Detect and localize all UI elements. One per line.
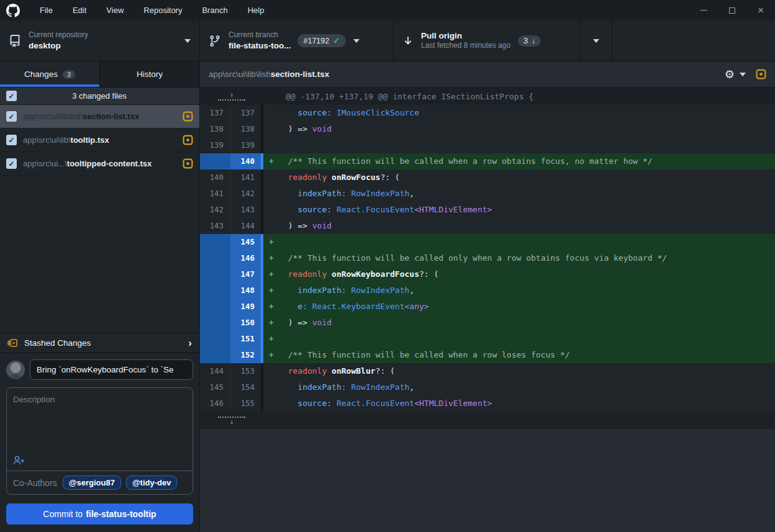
sidebar-tabs: Changes 3 History bbox=[0, 61, 199, 88]
changes-sidebar: Changes 3 History ✓ 3 changed files ✓app… bbox=[0, 61, 200, 532]
expand-down-row: ↓ bbox=[200, 412, 775, 429]
minimize-button[interactable] bbox=[689, 0, 718, 20]
code-line: + /** This function will be called when … bbox=[263, 347, 775, 363]
add-coauthor-icon[interactable] bbox=[13, 455, 25, 466]
toolbar: Current repository desktop Current branc… bbox=[0, 20, 775, 61]
code-line: readonly onRowBlur?: ( bbox=[263, 363, 775, 379]
code-line: readonly onRowFocus?: ( bbox=[263, 169, 775, 186]
chevron-down-icon bbox=[353, 39, 360, 43]
file-row[interactable]: ✓app\src\ui\lib\list\section-list.tsx bbox=[0, 105, 199, 128]
pull-request-badge[interactable]: #17192 ✓ bbox=[297, 34, 347, 47]
added-line-marker: + bbox=[263, 282, 278, 299]
menu-branch[interactable]: Branch bbox=[192, 0, 237, 20]
added-line-marker: + bbox=[263, 331, 278, 347]
diff-row[interactable]: 146+ /** This function will be called on… bbox=[200, 250, 775, 266]
file-checkbox[interactable]: ✓ bbox=[6, 111, 17, 122]
added-line-marker: + bbox=[263, 153, 278, 169]
file-row[interactable]: ✓app\src\ui\lib\tooltip.tsx bbox=[0, 128, 199, 152]
tab-history-label: History bbox=[137, 70, 163, 79]
commit-description-input[interactable]: Description bbox=[7, 388, 193, 471]
expand-up-button[interactable]: ↑ bbox=[218, 92, 245, 101]
code-line: + ) => void bbox=[263, 315, 775, 331]
diff-row[interactable]: 149+ e: React.KeyboardEvent<any> bbox=[200, 299, 775, 315]
window-controls: × bbox=[689, 0, 775, 20]
diff-file-header: app\src\ui\lib\list\section-list.tsx ⚙ bbox=[200, 61, 775, 88]
code-line: + /** This function will be called only … bbox=[263, 250, 775, 266]
diff-file-name: section-list.tsx bbox=[271, 70, 330, 79]
file-checkbox[interactable]: ✓ bbox=[6, 158, 17, 169]
commit-summary-input[interactable] bbox=[30, 359, 193, 380]
diff-row[interactable]: 151+ bbox=[200, 331, 775, 347]
tab-changes[interactable]: Changes 3 bbox=[0, 61, 100, 87]
checks-passed-icon: ✓ bbox=[333, 36, 340, 45]
new-line-number: 147 bbox=[230, 266, 261, 282]
diff-row[interactable]: 138138 ) => void bbox=[200, 121, 775, 137]
diff-row[interactable]: 147+ readonly onRowKeyboardFocus?: ( bbox=[200, 266, 775, 282]
github-logo-icon bbox=[6, 4, 20, 17]
coauthor-pills: @sergiou87@tidy-dev bbox=[63, 476, 178, 490]
current-branch-button[interactable]: Current branch file-status-too... #17192… bbox=[200, 20, 394, 61]
coauthor-pill[interactable]: @tidy-dev bbox=[126, 476, 178, 490]
commit-button[interactable]: Commit to file-status-tooltip bbox=[6, 503, 193, 525]
tab-history[interactable]: History bbox=[100, 61, 199, 87]
file-list-empty-space bbox=[0, 176, 199, 333]
diff-row[interactable]: 143144 ) => void bbox=[200, 218, 775, 234]
toolbar-empty-space bbox=[612, 20, 775, 61]
menu-items: FileEditViewRepositoryBranchHelp bbox=[30, 0, 274, 20]
repo-icon bbox=[9, 35, 21, 47]
diff-row[interactable]: 137137 source: IMouseClickSource bbox=[200, 105, 775, 121]
diff-row[interactable]: 145+ bbox=[200, 234, 775, 250]
coauthor-pill[interactable]: @sergiou87 bbox=[63, 476, 121, 490]
diff-row[interactable]: 148+ indexPath: RowIndexPath, bbox=[200, 282, 775, 299]
menu-file[interactable]: File bbox=[30, 0, 63, 20]
file-checkbox[interactable]: ✓ bbox=[6, 135, 17, 145]
diff-row[interactable]: 146155 source: React.FocusEvent<HTMLDivE… bbox=[200, 395, 775, 412]
expand-down-button[interactable]: ↓ bbox=[218, 417, 245, 425]
diff-row[interactable]: 140+ /** This function will be called wh… bbox=[200, 153, 775, 169]
new-line-number: 143 bbox=[230, 202, 261, 218]
menu-edit[interactable]: Edit bbox=[63, 0, 96, 20]
select-all-checkbox[interactable]: ✓ bbox=[6, 91, 17, 101]
changed-files-header: ✓ 3 changed files bbox=[0, 88, 199, 105]
changes-count-badge: 3 bbox=[63, 70, 75, 79]
github-desktop-window: FileEditViewRepositoryBranchHelp × Curre… bbox=[0, 0, 775, 532]
diff-row[interactable]: 145154 indexPath: RowIndexPath, bbox=[200, 379, 775, 395]
diff-row[interactable]: 152+ /** This function will be called wh… bbox=[200, 347, 775, 363]
pull-origin-button[interactable]: Pull origin Last fetched 8 minutes ago 3… bbox=[394, 20, 580, 61]
file-row[interactable]: ✓app\src\ui...\tooltipped-content.tsx bbox=[0, 152, 199, 176]
current-branch-value: file-status-too... bbox=[229, 40, 291, 52]
commit-form: Description Co-Authors @sergiou87@tidy-d… bbox=[0, 353, 199, 532]
coauthors-label: Co-Authors bbox=[13, 478, 57, 488]
menu-repository[interactable]: Repository bbox=[134, 0, 192, 20]
old-line-number: 139 bbox=[200, 137, 230, 153]
commit-button-branch: file-status-tooltip bbox=[86, 509, 156, 519]
old-line-number bbox=[200, 282, 230, 299]
chevron-down-icon[interactable] bbox=[740, 73, 746, 76]
gear-icon[interactable]: ⚙ bbox=[725, 69, 735, 80]
current-branch-label: Current branch bbox=[229, 30, 291, 40]
close-button[interactable]: × bbox=[746, 0, 775, 20]
arrow-down-icon: ↓ bbox=[532, 37, 535, 45]
diff-row[interactable]: 142143 source: React.FocusEvent<HTMLDivE… bbox=[200, 202, 775, 218]
expand-dotted-line bbox=[218, 99, 245, 101]
old-line-number: 145 bbox=[200, 379, 230, 395]
code-line: + bbox=[263, 234, 775, 250]
maximize-button[interactable] bbox=[718, 0, 746, 20]
old-line-number: 146 bbox=[200, 395, 230, 412]
diff-empty-area bbox=[200, 429, 775, 532]
new-line-number: 142 bbox=[230, 186, 261, 202]
menu-help[interactable]: Help bbox=[238, 0, 274, 20]
diff-row[interactable]: 139139 bbox=[200, 137, 775, 153]
current-repository-button[interactable]: Current repository desktop bbox=[0, 20, 200, 61]
pull-request-number: #17192 bbox=[304, 37, 330, 45]
new-line-number: 149 bbox=[230, 299, 261, 315]
diff-row[interactable]: 144153 readonly onRowBlur?: ( bbox=[200, 363, 775, 379]
diff-row[interactable]: 141142 indexPath: RowIndexPath, bbox=[200, 186, 775, 202]
pull-dropdown-button[interactable] bbox=[580, 20, 612, 61]
diff-row[interactable]: 150+ ) => void bbox=[200, 315, 775, 331]
modified-icon bbox=[183, 158, 193, 169]
stashed-changes-bar[interactable]: Stashed Changes › bbox=[0, 333, 199, 353]
menu-view[interactable]: View bbox=[96, 0, 134, 20]
diff-row[interactable]: 140141 readonly onRowFocus?: ( bbox=[200, 169, 775, 186]
avatar bbox=[6, 361, 25, 379]
